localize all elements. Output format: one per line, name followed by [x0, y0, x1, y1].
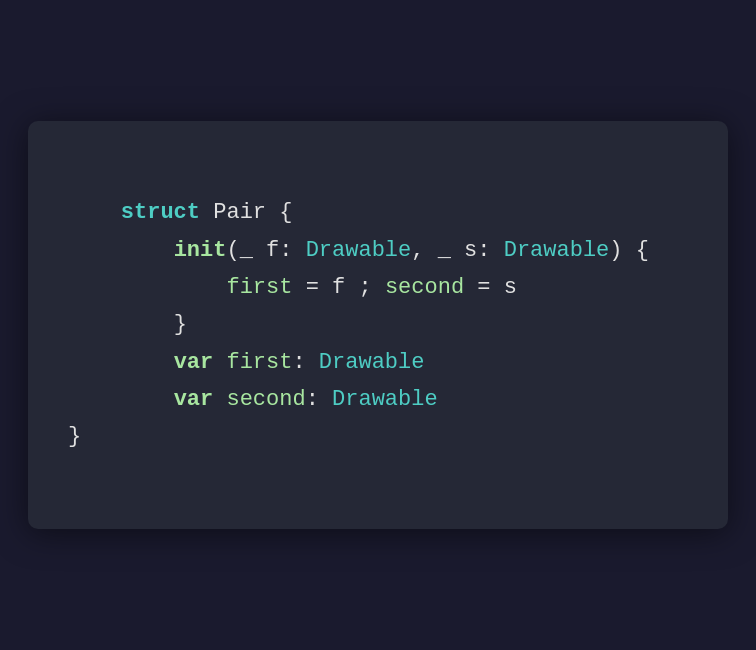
- keyword-var-2: var: [174, 387, 214, 412]
- assign-op-1: = f ;: [292, 275, 384, 300]
- type-drawable-3: Drawable: [319, 350, 425, 375]
- colon-2: :: [306, 387, 332, 412]
- indent-3: [121, 312, 174, 337]
- keyword-init: init: [174, 238, 227, 263]
- type-drawable-2: Drawable: [504, 238, 610, 263]
- prop-first: first: [226, 350, 292, 375]
- type-drawable-4: Drawable: [332, 387, 438, 412]
- paren-close: ) {: [609, 238, 649, 263]
- space-2: [213, 387, 226, 412]
- paren-open: (: [226, 238, 239, 263]
- prop-second: second: [226, 387, 305, 412]
- var-first-assign: first: [226, 275, 292, 300]
- indent-4: [121, 350, 174, 375]
- code-block: struct Pair { init(_ f: Drawable, _ s: D…: [68, 157, 688, 494]
- code-editor: struct Pair { init(_ f: Drawable, _ s: D…: [28, 121, 728, 530]
- assign-op-2: = s: [464, 275, 517, 300]
- param-underscore-1: _ f:: [240, 238, 306, 263]
- type-drawable-1: Drawable: [306, 238, 412, 263]
- indent-1: [121, 238, 174, 263]
- indent-5: [121, 387, 174, 412]
- close-brace-inner: }: [174, 312, 187, 337]
- indent-2: [121, 275, 227, 300]
- keyword-var-1: var: [174, 350, 214, 375]
- open-brace-1: {: [279, 200, 292, 225]
- close-brace-outer: }: [68, 424, 81, 449]
- space-1: [213, 350, 226, 375]
- var-second-assign: second: [385, 275, 464, 300]
- colon-1: :: [292, 350, 318, 375]
- keyword-struct: struct: [121, 200, 200, 225]
- class-name: Pair: [200, 200, 279, 225]
- comma-sep: , _ s:: [411, 238, 503, 263]
